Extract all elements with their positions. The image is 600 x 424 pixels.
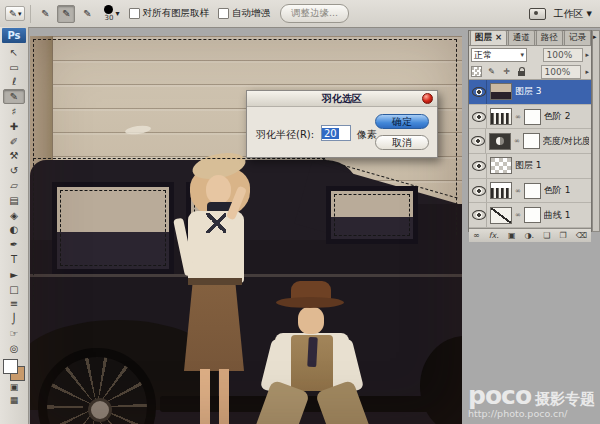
hand-tool[interactable]: ☞: [3, 326, 25, 341]
layer-row[interactable]: 图层 1: [469, 154, 591, 179]
brush-dot-icon: [104, 5, 113, 14]
layer-name: 图层 3: [515, 85, 542, 98]
quick-selection-tool-icon: ✎: [9, 8, 17, 19]
healing-brush-tool[interactable]: ✚: [3, 119, 25, 134]
new-selection-mode-button[interactable]: ✎: [36, 5, 54, 23]
quick-selection-tool[interactable]: ✎: [3, 89, 25, 104]
lock-transparency-icon[interactable]: [471, 66, 482, 77]
tool-preset-picker[interactable]: ✎ ▾: [5, 6, 25, 21]
lock-row: ✎ ✛ 100% ▸: [469, 64, 591, 80]
blur-tool[interactable]: ◈: [3, 208, 25, 223]
layer-group-icon[interactable]: ❏: [543, 231, 550, 240]
delete-layer-icon[interactable]: ⌫: [576, 231, 587, 240]
layer-style-icon[interactable]: fx.: [489, 231, 499, 240]
layer-mask-icon[interactable]: ▣: [508, 231, 516, 240]
add-to-selection-mode-button[interactable]: ✎: [57, 5, 75, 23]
subtract-from-selection-mode-button[interactable]: ✎: [78, 5, 96, 23]
man-face: [298, 307, 324, 334]
blend-mode-select[interactable]: 正常 ▾: [471, 48, 527, 62]
levels-adjustment-thumbnail[interactable]: [490, 182, 512, 199]
levels-adjustment-thumbnail[interactable]: [490, 108, 512, 125]
auto-enhance-checkbox[interactable]: 自动增强: [218, 7, 270, 20]
eye-icon: [472, 112, 486, 122]
brush-preview-button[interactable]: 30: [104, 5, 113, 22]
layer-row[interactable]: ∞ 亮度/对比度 1: [469, 129, 591, 154]
photoshop-logo: Ps: [2, 28, 26, 43]
fill-field[interactable]: 100%: [541, 65, 581, 79]
ok-button[interactable]: 确定: [375, 114, 429, 129]
link-layers-icon[interactable]: ∞: [473, 231, 480, 240]
brush-tool[interactable]: ✐: [3, 134, 25, 149]
clone-stamp-tool[interactable]: ⚒: [3, 149, 25, 164]
eraser-tool[interactable]: ▱: [3, 178, 25, 193]
layer-row[interactable]: ∞ 色阶 1: [469, 179, 591, 204]
gradient-tool[interactable]: ▤: [3, 193, 25, 208]
blend-mode-value: 正常: [474, 49, 492, 62]
feather-radius-input[interactable]: 20: [321, 125, 351, 141]
opacity-spinner-icon[interactable]: ▸: [585, 51, 589, 59]
pen-tool[interactable]: ✒: [3, 237, 25, 252]
visibility-cell[interactable]: [471, 179, 487, 203]
eyedropper-tool[interactable]: ⌡: [3, 311, 25, 326]
opacity-value: 100%: [546, 50, 572, 60]
fill-spinner-icon[interactable]: ▸: [585, 68, 589, 76]
layer-mask-thumbnail[interactable]: [523, 133, 540, 149]
empty-layer-thumbnail[interactable]: [490, 157, 512, 174]
auto-enhance-label: 自动增强: [232, 7, 270, 20]
selection-ants: [33, 158, 325, 159]
layer-name: 曲线 1: [544, 209, 571, 222]
dialog-title-bar[interactable]: 羽化选区: [247, 91, 437, 107]
tool-options-bar: ✎ ▾ ✎ ✎ ✎ 30 ▾ 对所有图层取样 自动增强 调整边缘... 工作区 …: [0, 0, 600, 28]
quick-mask-mode-button[interactable]: ▣: [3, 381, 25, 394]
layer-mask-thumbnail[interactable]: [524, 207, 541, 223]
visibility-cell[interactable]: [471, 80, 487, 104]
path-selection-tool[interactable]: ►: [3, 267, 25, 282]
curves-adjustment-thumbnail[interactable]: [490, 207, 512, 224]
lock-image-icon[interactable]: ✎: [486, 66, 497, 77]
tab-layers[interactable]: 图层 ×: [470, 30, 507, 45]
new-layer-icon[interactable]: ❐: [559, 231, 566, 240]
visibility-cell[interactable]: [471, 129, 486, 153]
marquee-tool[interactable]: ▭: [3, 60, 25, 75]
layer-row[interactable]: ∞ 色阶 2: [469, 105, 591, 130]
layer-thumbnail[interactable]: [490, 83, 512, 100]
lock-all-icon[interactable]: [516, 66, 527, 77]
visibility-cell[interactable]: [471, 105, 487, 129]
panel-menu-icon[interactable]: ▸: [593, 33, 597, 41]
tab-paths[interactable]: 路径: [536, 30, 563, 45]
layer-row[interactable]: ∞ 曲线 1: [469, 203, 591, 228]
close-icon[interactable]: [422, 93, 433, 104]
zoom-tool[interactable]: ◎: [3, 341, 25, 356]
layer-mask-thumbnail[interactable]: [524, 109, 541, 125]
layer-row[interactable]: 图层 3: [469, 80, 591, 105]
foreground-color-swatch[interactable]: [3, 359, 18, 374]
visibility-cell[interactable]: [471, 154, 487, 178]
crop-tool[interactable]: ♯: [3, 104, 25, 119]
cancel-button[interactable]: 取消: [375, 135, 429, 150]
panel-scrollbar[interactable]: [592, 30, 600, 232]
type-tool[interactable]: T: [3, 252, 25, 267]
lock-position-icon[interactable]: ✛: [501, 66, 512, 77]
link-icon: ∞: [515, 211, 521, 219]
sample-all-layers-checkbox[interactable]: 对所有图层取样: [129, 7, 210, 20]
brush-dropdown-arrow-icon[interactable]: ▾: [115, 9, 119, 18]
refine-edge-button[interactable]: 调整边缘...: [280, 4, 349, 23]
tab-channels[interactable]: 通道: [508, 30, 535, 45]
dodge-tool[interactable]: ◐: [3, 223, 25, 238]
history-brush-tool[interactable]: ↺: [3, 163, 25, 178]
visibility-cell[interactable]: [471, 203, 487, 227]
notes-tool[interactable]: ≡: [3, 297, 25, 312]
go-to-bridge-icon[interactable]: [529, 8, 546, 20]
shape-tool[interactable]: □: [3, 282, 25, 297]
adjustment-layer-icon[interactable]: ◑.: [525, 231, 535, 240]
opacity-field[interactable]: 100%: [543, 48, 583, 62]
workspace-menu[interactable]: 工作区 ▼: [554, 7, 592, 21]
tab-history[interactable]: 记录: [564, 30, 591, 45]
man-fedora-brim: [276, 297, 344, 308]
brightness-contrast-thumbnail[interactable]: [489, 133, 511, 150]
move-tool[interactable]: ↖: [3, 45, 25, 60]
lasso-tool[interactable]: ℓ: [3, 75, 25, 90]
screen-mode-button[interactable]: ▦: [3, 394, 25, 407]
layer-mask-thumbnail[interactable]: [524, 183, 541, 199]
blend-mode-row: 正常 ▾ 100% ▸: [469, 46, 591, 64]
